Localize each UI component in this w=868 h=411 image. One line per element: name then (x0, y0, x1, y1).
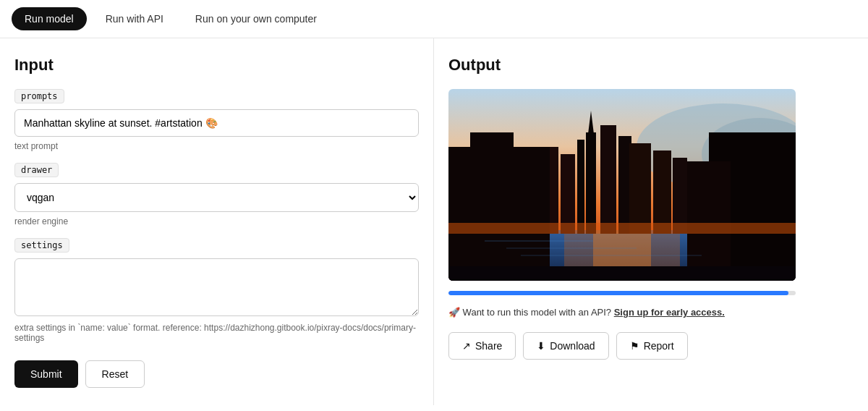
input-panel: Input prompts text prompt drawer vqgan v… (0, 38, 434, 405)
prompt-input[interactable] (14, 109, 419, 137)
top-nav: Run model Run with API Run on your own c… (0, 0, 868, 38)
api-notice-text: 🚀 Want to run this model with an API? (448, 307, 611, 318)
output-title: Output (448, 56, 854, 75)
submit-button[interactable]: Submit (14, 360, 78, 388)
svg-rect-18 (629, 143, 651, 234)
main-layout: Input prompts text prompt drawer vqgan v… (0, 38, 868, 405)
api-signup-link[interactable]: Sign up for early access. (614, 307, 725, 318)
svg-rect-10 (586, 132, 596, 234)
share-label: Share (475, 340, 502, 352)
settings-textarea[interactable] (14, 258, 419, 316)
download-button[interactable]: ⬇ Download (523, 332, 608, 360)
svg-rect-7 (550, 147, 558, 234)
run-computer-button[interactable]: Run on your own computer (182, 7, 330, 30)
output-image (448, 89, 796, 281)
settings-label: settings (14, 238, 69, 253)
svg-rect-17 (687, 161, 731, 281)
svg-rect-15 (470, 132, 514, 281)
download-label: Download (550, 340, 595, 352)
api-notice: 🚀 Want to run this model with an API? Si… (448, 307, 854, 318)
settings-field-group: settings extra settings in `name: value`… (14, 238, 419, 343)
prompts-label: prompts (14, 89, 64, 103)
drawer-label: drawer (14, 163, 59, 177)
reset-button[interactable]: Reset (85, 360, 145, 388)
input-title: Input (14, 56, 419, 75)
share-icon: ↗ (462, 340, 471, 352)
prompt-hint: text prompt (14, 141, 419, 151)
report-label: Report (644, 340, 674, 352)
svg-rect-12 (600, 125, 616, 234)
share-button[interactable]: ↗ Share (448, 332, 516, 360)
svg-rect-8 (561, 154, 575, 234)
svg-rect-20 (673, 158, 687, 234)
svg-rect-9 (577, 140, 584, 234)
svg-rect-25 (448, 266, 796, 281)
report-icon: ⚑ (630, 340, 639, 352)
drawer-field-group: drawer vqgan vqgan_imagenet_f16_1024 vqg… (14, 163, 419, 226)
settings-hint: extra settings in `name: value` format. … (14, 323, 419, 343)
drawer-hint: render engine (14, 216, 419, 226)
output-actions: ↗ Share ⬇ Download ⚑ Report (448, 332, 854, 360)
run-api-button[interactable]: Run with API (93, 7, 176, 30)
svg-rect-19 (653, 151, 671, 234)
action-buttons: Submit Reset (14, 360, 419, 388)
svg-rect-21 (448, 223, 796, 234)
progress-bar-fill (448, 291, 788, 295)
drawer-select[interactable]: vqgan vqgan_imagenet_f16_1024 vqgan_imag… (14, 183, 419, 212)
prompts-field-group: prompts text prompt (14, 89, 419, 151)
run-model-button[interactable]: Run model (12, 7, 87, 30)
report-button[interactable]: ⚑ Report (616, 332, 688, 360)
download-icon: ⬇ (537, 340, 545, 352)
output-panel: Output (434, 38, 868, 405)
progress-bar-container (448, 291, 796, 295)
